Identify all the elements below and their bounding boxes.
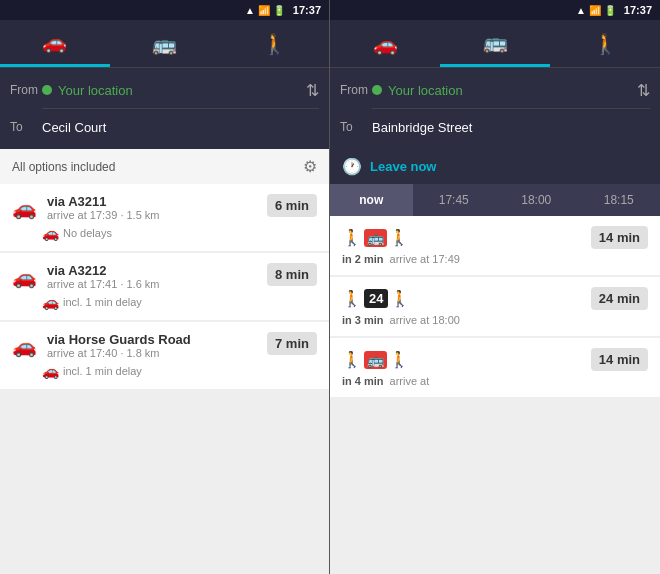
in-min-1: in 3 min (342, 314, 384, 326)
car-icon-route-0: 🚗 (12, 196, 37, 220)
swap-icon-right[interactable]: ⇅ (637, 81, 650, 100)
location-section-right: From Your location ⇅ To Bainbridge Stree… (330, 68, 660, 149)
time-tab-1800[interactable]: 18:00 (495, 184, 578, 216)
car-icon-route-1: 🚗 (12, 265, 37, 289)
divider-left (42, 108, 319, 109)
left-panel: ▲ 📶 🔋 17:37 🚗 🚌 🚶 From Your location ⇅ T… (0, 0, 330, 574)
walk-icon-t1a: 🚶 (342, 289, 362, 308)
route-info-2: 🚗 via Horse Guards Road arrive at 17:40 … (12, 332, 191, 359)
divider-right (372, 108, 650, 109)
in-min-2: in 4 min (342, 375, 384, 387)
delay-icon-1: 🚗 (42, 294, 59, 310)
transit-time-1: 24 min (591, 287, 648, 310)
bus-icon-left: 🚌 (152, 32, 177, 56)
bus-icon-right: 🚌 (483, 30, 508, 54)
location-dot-left (42, 85, 52, 95)
time-tab-1815[interactable]: 18:15 (578, 184, 661, 216)
route-card-0[interactable]: 🚗 via A3211 arrive at 17:39 · 1.5 km 6 m… (0, 184, 329, 251)
walk-icon-t0a: 🚶 (342, 228, 362, 247)
route-header-1: 🚗 via A3212 arrive at 17:41 · 1.6 km 8 m… (12, 263, 317, 290)
walk-icon-t2b: 🚶 (389, 350, 409, 369)
leave-text[interactable]: Leave now (370, 159, 436, 174)
transit-arrive-2: arrive at (390, 375, 430, 387)
route-details-0: via A3211 arrive at 17:39 · 1.5 km (47, 194, 160, 221)
tab-bar-right: 🚗 🚌 🚶 (330, 20, 660, 68)
transit-time-0: 14 min (591, 226, 648, 249)
walk-icon-right: 🚶 (593, 32, 618, 56)
car-icon-right: 🚗 (373, 32, 398, 56)
tab-bar-left: 🚗 🚌 🚶 (0, 20, 329, 68)
in-min-0: in 2 min (342, 253, 384, 265)
route-header-2: 🚗 via Horse Guards Road arrive at 17:40 … (12, 332, 317, 359)
tab-car-left[interactable]: 🚗 (0, 20, 110, 67)
status-bar-left: ▲ 📶 🔋 17:37 (0, 0, 329, 20)
route-card-2[interactable]: 🚗 via Horse Guards Road arrive at 17:40 … (0, 322, 329, 389)
transit-arrive-0: arrive at 17:49 (390, 253, 460, 265)
leave-bar: 🕐 Leave now (330, 149, 660, 184)
time-tab-1745[interactable]: 17:45 (413, 184, 496, 216)
routes-container-left: 🚗 via A3211 arrive at 17:39 · 1.5 km 6 m… (0, 184, 329, 574)
route-name-0: via A3211 (47, 194, 160, 209)
tab-bus-right[interactable]: 🚌 (440, 20, 550, 67)
from-label-left: From (10, 83, 42, 97)
route-arrive-0: arrive at 17:39 · 1.5 km (47, 209, 160, 221)
route-name-1: via A3212 (47, 263, 160, 278)
bus-red-icon-t2: 🚌 (364, 351, 387, 369)
time-left: 17:37 (293, 4, 321, 16)
tab-bus-left[interactable]: 🚌 (110, 20, 220, 67)
transit-bottom-2: in 4 min arrive at (342, 375, 648, 387)
route-arrive-2: arrive at 17:40 · 1.8 km (47, 347, 191, 359)
transit-card-1[interactable]: 🚶 24 🚶 24 min in 3 min arrive at 18:00 (330, 277, 660, 336)
walk-icon-t2a: 🚶 (342, 350, 362, 369)
from-value-right[interactable]: Your location (388, 83, 637, 98)
walk-icon-left: 🚶 (262, 32, 287, 56)
to-value-left[interactable]: Cecil Court (42, 120, 319, 135)
options-bar-left: All options included ⚙ (0, 149, 329, 184)
from-value-left[interactable]: Your location (58, 83, 306, 98)
transit-top-0: 🚶 🚌 🚶 14 min (342, 226, 648, 249)
options-label-left: All options included (12, 160, 115, 174)
swap-icon-left[interactable]: ⇅ (306, 81, 319, 100)
tab-walk-left[interactable]: 🚶 (219, 20, 329, 67)
right-panel: ▲ 📶 🔋 17:37 🚗 🚌 🚶 From Your location ⇅ T… (330, 0, 660, 574)
route-header-0: 🚗 via A3211 arrive at 17:39 · 1.5 km 6 m… (12, 194, 317, 221)
delay-icon-2: 🚗 (42, 363, 59, 379)
to-row-left: To Cecil Court (10, 111, 319, 143)
location-section-left: From Your location ⇅ To Cecil Court (0, 68, 329, 149)
route-card-1[interactable]: 🚗 via A3212 arrive at 17:41 · 1.6 km 8 m… (0, 253, 329, 320)
route-name-2: via Horse Guards Road (47, 332, 191, 347)
transit-card-0[interactable]: 🚶 🚌 🚶 14 min in 2 min arrive at 17:49 (330, 216, 660, 275)
transit-top-2: 🚶 🚌 🚶 14 min (342, 348, 648, 371)
route-info-1: 🚗 via A3212 arrive at 17:41 · 1.6 km (12, 263, 160, 290)
transit-icons-1: 🚶 24 🚶 (342, 289, 410, 308)
time-tabs: now 17:45 18:00 18:15 (330, 184, 660, 216)
route-delay-2: 🚗 incl. 1 min delay (42, 363, 317, 379)
transit-card-2[interactable]: 🚶 🚌 🚶 14 min in 4 min arrive at (330, 338, 660, 397)
route-time-2: 7 min (267, 332, 317, 355)
bus-red-icon-t0: 🚌 (364, 229, 387, 247)
route-arrive-1: arrive at 17:41 · 1.6 km (47, 278, 160, 290)
no-delay-icon-0: 🚗 (42, 225, 59, 241)
status-bar-right: ▲ 📶 🔋 17:37 (330, 0, 660, 20)
route-details-2: via Horse Guards Road arrive at 17:40 · … (47, 332, 191, 359)
to-row-right: To Bainbridge Street (340, 111, 650, 143)
time-tab-now[interactable]: now (330, 184, 413, 216)
to-label-left: To (10, 120, 42, 134)
transit-icons-2: 🚶 🚌 🚶 (342, 350, 409, 369)
bus-num-icon-t1: 24 (364, 289, 388, 308)
clock-icon: 🕐 (342, 157, 362, 176)
tab-walk-right[interactable]: 🚶 (550, 20, 660, 67)
transit-icons-0: 🚶 🚌 🚶 (342, 228, 409, 247)
transit-bottom-1: in 3 min arrive at 18:00 (342, 314, 648, 326)
route-delay-0: 🚗 No delays (42, 225, 317, 241)
from-row-right: From Your location ⇅ (340, 74, 650, 106)
route-delay-1: 🚗 incl. 1 min delay (42, 294, 317, 310)
tab-car-right[interactable]: 🚗 (330, 20, 440, 67)
from-row-left: From Your location ⇅ (10, 74, 319, 106)
transit-top-1: 🚶 24 🚶 24 min (342, 287, 648, 310)
to-label-right: To (340, 120, 372, 134)
walk-icon-t0b: 🚶 (389, 228, 409, 247)
to-value-right[interactable]: Bainbridge Street (372, 120, 650, 135)
gear-icon-left[interactable]: ⚙ (303, 157, 317, 176)
transit-routes: 🚶 🚌 🚶 14 min in 2 min arrive at 17:49 🚶 … (330, 216, 660, 574)
